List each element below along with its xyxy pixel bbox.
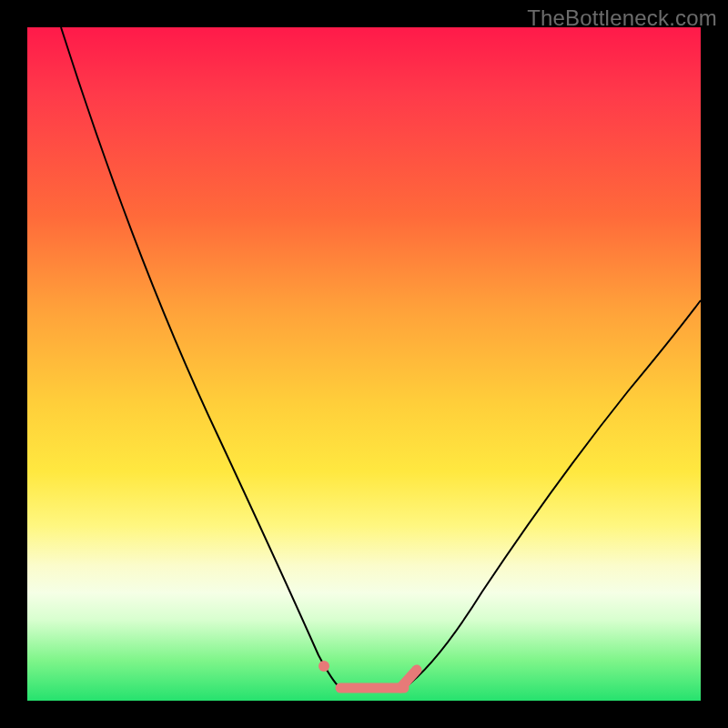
pink-right-tick [400, 670, 417, 688]
plot-area [27, 27, 701, 701]
chart-frame: TheBottleneck.com [0, 0, 728, 728]
pink-left-marker [318, 661, 329, 672]
right-curve [404, 300, 701, 688]
curve-layer [27, 27, 701, 701]
left-curve [61, 27, 340, 688]
